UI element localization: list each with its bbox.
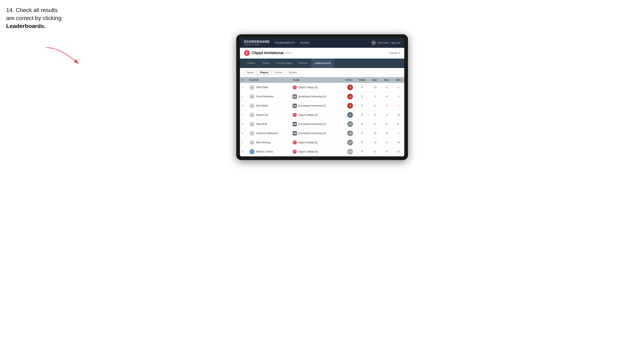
user-name: Test User | xyxy=(378,41,389,44)
cell-player: Blair McHarg xyxy=(247,138,291,147)
player-avatar xyxy=(249,85,255,90)
cell-thru: F xyxy=(355,110,369,119)
tournament-logo: C xyxy=(244,50,250,56)
col-rd1: RD1 xyxy=(369,77,381,83)
filter-strokes[interactable]: Strokes xyxy=(286,70,300,75)
cell-rd1: +5 xyxy=(369,129,381,138)
cell-total: +9 xyxy=(340,138,355,147)
col-rd2: RD2 xyxy=(381,77,392,83)
col-thru: THRU xyxy=(355,77,369,83)
col-total: TOTAL xyxy=(340,77,355,83)
team-logo-clippd: C xyxy=(293,113,297,117)
cell-player: Elliot Ebert xyxy=(247,83,291,92)
logo-sub: Powered by clippd xyxy=(244,44,270,46)
table-header-row: # PLAYER TEAM TOTAL THRU RD1 RD2 RD3 xyxy=(240,77,404,83)
cell-rd3: +3 xyxy=(392,110,404,119)
instruction-line1: 14. Check all results xyxy=(6,7,58,13)
tab-details[interactable]: Details xyxy=(244,59,259,68)
cell-rd2: +2 xyxy=(381,129,392,138)
instruction-line2: are correct by clicking xyxy=(6,15,62,21)
tab-bar: Details Teams Course Setup Results Leade… xyxy=(240,59,404,68)
cell-rd2: +7 xyxy=(381,147,392,156)
tab-course-setup[interactable]: Course Setup xyxy=(273,59,296,68)
filter-players[interactable]: Players xyxy=(257,70,272,75)
cell-rank: 1 xyxy=(240,83,247,92)
cell-total: E xyxy=(340,110,355,119)
tablet-frame: SCOREBOARD Powered by clippd TOURNAMENTS… xyxy=(236,34,408,160)
table-row: 7Blair McHargCClippd College [A]+9F+2+1+… xyxy=(240,138,404,147)
filter-teams[interactable]: Teams xyxy=(244,70,256,75)
cell-rank: 2 xyxy=(240,92,247,101)
cell-rank: 8 xyxy=(240,147,247,156)
cell-rd1: -5 xyxy=(369,92,381,101)
cell-team: CClippd College [A] xyxy=(291,138,340,147)
team-logo-clippd: C xyxy=(293,150,297,154)
sign-out-link[interactable]: Sign out xyxy=(391,41,400,44)
cell-rank: 3 xyxy=(240,101,247,110)
player-avatar xyxy=(249,94,255,99)
cell-rd1: +1 xyxy=(369,119,381,129)
tab-results[interactable]: Results xyxy=(296,59,311,68)
cell-thru: F xyxy=(355,101,369,110)
cell-thru: F xyxy=(355,83,369,92)
cell-rd3: -1 xyxy=(392,129,404,138)
player-avatar xyxy=(249,140,255,145)
instruction-line3: Leaderboards. xyxy=(6,23,46,29)
nav-teams[interactable]: TEAMS xyxy=(300,40,309,45)
team-logo-scoreboard xyxy=(293,131,297,135)
cell-rd2: +1 xyxy=(381,138,392,147)
cell-rank: 7 xyxy=(240,138,247,147)
tab-teams[interactable]: Teams xyxy=(258,59,273,68)
logo-area: SCOREBOARD Powered by clippd xyxy=(244,40,270,46)
cell-thru: F xyxy=(355,138,369,147)
cancel-button[interactable]: Cancel ✕ xyxy=(389,51,400,54)
leaderboard-table: # PLAYER TEAM TOTAL THRU RD1 RD2 RD3 1El… xyxy=(240,77,404,156)
tab-leaderboards[interactable]: Leaderboards xyxy=(311,59,334,68)
player-avatar: M xyxy=(249,149,255,154)
team-logo-scoreboard xyxy=(293,122,297,126)
cell-team: Scoreboard University [A] xyxy=(291,119,340,129)
header-right: TU Test User | Sign out xyxy=(371,40,400,45)
cell-player: Cameron Robertson xyxy=(247,129,291,138)
cell-thru: F xyxy=(355,147,369,156)
cell-rd3: -1 xyxy=(392,101,404,110)
cell-rank: 4 xyxy=(240,110,247,119)
cell-thru: F xyxy=(355,119,369,129)
team-logo-scoreboard xyxy=(293,104,297,108)
logo-text: SCOREBOARD xyxy=(244,40,270,44)
cell-team: CClippd College [A] xyxy=(291,110,340,119)
cell-rd3: -5 xyxy=(392,83,404,92)
cell-team: Scoreboard University [A] xyxy=(291,92,340,101)
cell-rd2: -6 xyxy=(381,83,392,92)
team-logo-scoreboard xyxy=(293,95,297,99)
table-row: 5Rees BrittScoreboard University [A]+1F+… xyxy=(240,119,404,129)
filter-scores[interactable]: Scores xyxy=(272,70,285,75)
scene-wrapper: SCOREBOARD Powered by clippd TOURNAMENTS… xyxy=(6,34,638,160)
table-row: 4David FordCClippd College [A]EF+1-4+3 xyxy=(240,110,404,119)
team-logo-clippd: C xyxy=(293,141,297,145)
cell-rank: 6 xyxy=(240,129,247,138)
table-row: 3Rich ButlerScoreboard University [A]-2F… xyxy=(240,101,404,110)
player-avatar xyxy=(249,122,255,127)
nav-tournaments[interactable]: TOURNAMENTS xyxy=(274,40,295,45)
team-logo-clippd: C xyxy=(293,85,297,89)
user-avatar: TU xyxy=(371,40,376,45)
cell-thru: F xyxy=(355,92,369,101)
instruction-block: 14. Check all results are correct by cli… xyxy=(6,6,84,30)
cell-rd2: -4 xyxy=(381,110,392,119)
cell-total: -4 xyxy=(340,92,355,101)
cell-rd1: +2 xyxy=(369,138,381,147)
cell-rd2: -2 xyxy=(381,101,392,110)
cell-total: -2 xyxy=(340,101,355,110)
app-header: SCOREBOARD Powered by clippd TOURNAMENTS… xyxy=(240,38,404,48)
tournament-title: Clippd Invitational xyxy=(252,51,284,55)
nav-links: TOURNAMENTS TEAMS xyxy=(274,40,371,45)
cell-team: CClippd College [A] xyxy=(291,147,340,156)
cell-player: Rees Britt xyxy=(247,119,291,129)
cell-team: Scoreboard University [A] xyxy=(291,101,340,110)
cell-player: Rich Butler xyxy=(247,101,291,110)
annotation-arrow xyxy=(44,45,89,70)
cell-rd1: +1 xyxy=(369,110,381,119)
cell-team: Scoreboard University [A] xyxy=(291,129,340,138)
tournament-header: C Clippd Invitational (Men) Cancel ✕ xyxy=(240,48,404,59)
